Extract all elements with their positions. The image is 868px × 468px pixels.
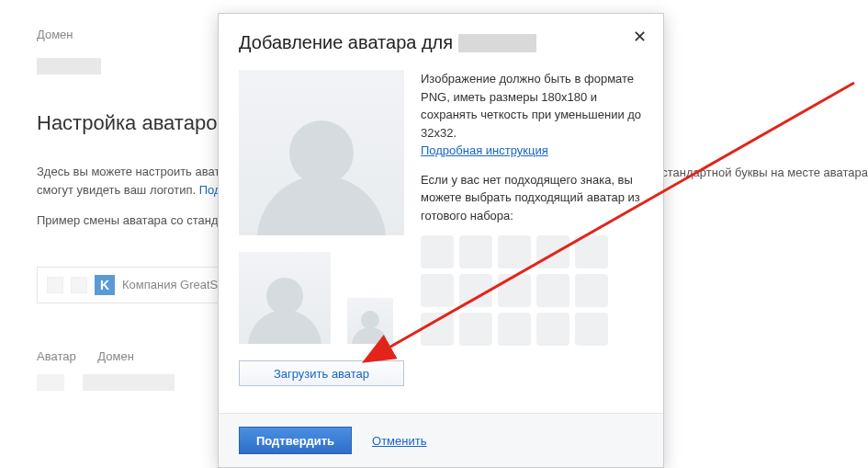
cancel-link[interactable]: Отменить (372, 434, 426, 448)
preset-hint: Если у вас нет подходящего знака, вы мож… (421, 171, 643, 225)
preset-avatar[interactable] (575, 274, 608, 307)
avatar-preview-large (239, 70, 404, 235)
preset-avatar[interactable] (498, 274, 531, 307)
avatar-preview-sizes (239, 252, 404, 344)
avatar-preview-small (347, 298, 393, 344)
modal-title: Добавление аватара для (239, 32, 643, 53)
preset-avatar[interactable] (421, 274, 454, 307)
instructions-text: Изображение должно быть в формате PNG, и… (421, 72, 641, 140)
add-avatar-modal: Добавление аватара для ✕ (218, 13, 664, 468)
preset-avatar[interactable] (459, 274, 492, 307)
preset-avatar[interactable] (498, 235, 531, 268)
confirm-button[interactable]: Подтвердить (239, 427, 352, 454)
modal-header: Добавление аватара для ✕ (219, 14, 663, 63)
modal-overlay: Добавление аватара для ✕ (0, 0, 868, 468)
placeholder-body-icon (257, 176, 386, 235)
preset-avatars-grid (421, 235, 643, 346)
preset-avatar[interactable] (459, 313, 492, 346)
preset-avatar[interactable] (498, 313, 531, 346)
modal-body: Загрузить аватар Изображение должно быть… (219, 63, 663, 395)
preset-avatar[interactable] (421, 235, 454, 268)
upload-avatar-button[interactable]: Загрузить аватар (239, 360, 404, 386)
preset-avatar[interactable] (536, 235, 569, 268)
modal-footer: Подтвердить Отменить (219, 413, 663, 467)
preview-column: Загрузить аватар (239, 70, 404, 386)
preset-avatar[interactable] (575, 313, 608, 346)
close-icon[interactable]: ✕ (633, 29, 647, 45)
preset-avatar[interactable] (536, 313, 569, 346)
avatar-preview-medium (239, 252, 331, 344)
modal-title-redacted (458, 34, 536, 52)
preset-avatar[interactable] (459, 235, 492, 268)
preset-avatar[interactable] (421, 313, 454, 346)
info-column: Изображение должно быть в формате PNG, и… (421, 70, 643, 386)
preset-avatar[interactable] (575, 235, 608, 268)
format-instructions: Изображение должно быть в формате PNG, и… (421, 70, 643, 160)
detailed-instructions-link[interactable]: Подробная инструкция (421, 143, 548, 157)
modal-title-text: Добавление аватара для (239, 32, 453, 53)
preset-avatar[interactable] (536, 274, 569, 307)
